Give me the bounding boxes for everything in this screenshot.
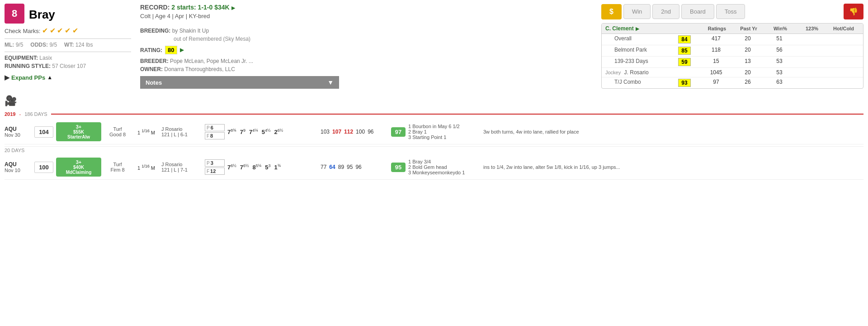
record-label: RECORD: bbox=[140, 4, 170, 11]
divider-2 bbox=[5, 52, 131, 52]
stats-row-overall: Overall 84 417 20 51 bbox=[602, 34, 863, 45]
rating-box: 80 bbox=[165, 46, 177, 54]
speed3-2: 89 bbox=[338, 164, 344, 170]
speed1-1: 103 bbox=[321, 129, 330, 135]
dollar-button[interactable]: $ bbox=[601, 4, 622, 19]
pos3-1: 74¼ bbox=[249, 128, 258, 135]
speed2-1: 107 bbox=[332, 129, 341, 135]
equipment-label: EQUIPMENT: bbox=[5, 55, 38, 61]
finishers-1: 1 Bourbon in May 6 1/22 Bray 13 Starting… bbox=[408, 124, 481, 140]
speed1-2: 77 bbox=[321, 164, 326, 170]
pf-f-1: F 8 bbox=[205, 132, 225, 139]
horse-name: Bray bbox=[29, 8, 55, 22]
wt-label: WT: bbox=[64, 42, 74, 48]
race-jockey-1: J Rosario121 | L | 6-1 bbox=[161, 126, 202, 137]
check-marks-row: Check Marks: ✔ ✔ ✔ ✔ ✔ bbox=[5, 26, 131, 35]
thumbdown-button[interactable]: 👎 bbox=[844, 4, 863, 19]
score-badge-1: 97 bbox=[391, 127, 406, 137]
stats-row-belmont: Belmont Park 85 118 20 56 bbox=[602, 45, 863, 57]
breeding-value: by Shakin It Up bbox=[172, 28, 209, 34]
race-comment-1: 3w both turns, 4w into lane, rallied for… bbox=[483, 129, 863, 134]
race-venue-date-1: AQU Nov 30 bbox=[5, 126, 32, 138]
ml-label: ML: bbox=[5, 42, 14, 48]
check-marks-label: Check Marks: bbox=[5, 28, 40, 34]
stats-hotcold-belmont bbox=[795, 47, 827, 55]
stats-rating-tjcombo: 93 bbox=[669, 79, 700, 87]
speed5-1: 96 bbox=[368, 129, 373, 135]
race-row-2: AQU Nov 10 100 3+ $40K MdClaiming TurfFi… bbox=[5, 155, 863, 180]
equipment-value: Lasix bbox=[39, 55, 52, 61]
colt-info: Colt | Age 4 | Apr | KY-bred bbox=[140, 13, 592, 19]
col-header-hotcold: Hot/Cold bbox=[828, 26, 859, 31]
record-row: RECORD: 2 starts: 1-1-0 $34K ▶ bbox=[140, 4, 592, 11]
expand-pps-button[interactable]: ▶ Expand PPs ▲ bbox=[5, 74, 131, 81]
race-speeds-2: 77 64 89 95 96 bbox=[321, 164, 388, 170]
owner-value: Donarra Thoroughbreds, LLC bbox=[164, 66, 235, 72]
pos2-2: 76½ bbox=[240, 163, 249, 171]
breeder-value: Pope McLean, Pope McLean Jr. ... bbox=[170, 58, 253, 64]
board-button[interactable]: Board bbox=[681, 4, 714, 19]
stats-123pct-overall: 51 bbox=[764, 35, 795, 43]
pos4-2: 53 bbox=[265, 163, 270, 171]
trainer-stats-table: C. Clement ▶ Ratings Past Yr Win% 123% H… bbox=[601, 23, 863, 89]
betting-buttons-row: $ Win 2nd Board Toss 👎 bbox=[601, 4, 863, 19]
speed4-2: 95 bbox=[347, 164, 353, 170]
stats-pastyr-jockey: 1045 bbox=[700, 69, 732, 76]
race-speed-2: 100 bbox=[34, 162, 53, 173]
equipment-row: EQUIPMENT: Lasix bbox=[5, 55, 131, 61]
breeding-label: BREEDING: bbox=[140, 28, 170, 34]
record-arrow-icon: ▶ bbox=[231, 5, 235, 10]
pf-p-1: P 6 bbox=[205, 124, 225, 131]
stats-winpct-days: 13 bbox=[732, 58, 764, 66]
stats-row-tjcombo: T/J Combo 93 97 26 63 bbox=[602, 77, 863, 88]
stats-pastyr-belmont: 118 bbox=[700, 47, 732, 55]
race-comment-2: ins to 1/4, 2w into lane, alter 5w 1/8, … bbox=[483, 164, 863, 170]
running-style-value: 57 Closer 107 bbox=[52, 63, 86, 69]
race-class-line2-1: $55K bbox=[59, 129, 99, 134]
race-class-line1-2: 3+ bbox=[59, 159, 99, 165]
race-pf-1: P 6 F 8 bbox=[205, 124, 225, 139]
stats-hotcold-overall bbox=[795, 35, 827, 43]
ml-odds-row: ML: 9/5 ODDS: 9/5 WT: 124 lbs bbox=[5, 42, 131, 48]
stats-rating-belmont: 85 bbox=[669, 47, 700, 55]
col-header-winpct: Win% bbox=[764, 26, 796, 31]
race-class-line3-2: MdClaiming bbox=[59, 170, 99, 175]
pos4-1: 54½ bbox=[262, 128, 271, 135]
check-mark-4: ✔ bbox=[65, 27, 71, 34]
speed3-1: 112 bbox=[344, 129, 353, 135]
breeder-row: BREEDER: Pope McLean, Pope McLean Jr. ..… bbox=[140, 58, 592, 64]
stats-pastyr-tjcombo: 97 bbox=[700, 79, 732, 87]
stats-pastyr-overall: 417 bbox=[700, 35, 732, 43]
rating-arrow-icon: ▶ bbox=[180, 47, 184, 53]
speed5-2: 96 bbox=[355, 164, 361, 170]
horse-number: 8 bbox=[5, 4, 24, 24]
race-class-2: 3+ $40K MdClaiming bbox=[56, 158, 101, 177]
notes-button[interactable]: Notes ▼ bbox=[140, 76, 339, 89]
running-style-row: RUNNING STYLE: 57 Closer 107 bbox=[5, 63, 131, 69]
race-dist-1: 1 1/16 M bbox=[134, 129, 159, 135]
stats-hotcold-tjcombo bbox=[795, 79, 827, 87]
race-positions-2: 76½ 76½ 85¼ 53 1¾ bbox=[227, 163, 318, 171]
odds-label: ODDS: bbox=[30, 42, 48, 48]
triangle-icon: ▶ bbox=[5, 74, 9, 81]
days-separator: 20 DAYS bbox=[5, 146, 863, 153]
timeline-bar: 2019 - 186 DAYS bbox=[5, 111, 863, 117]
race-class-line2-2: $40K bbox=[59, 165, 99, 170]
race-jockey-2: J Rosario121 | L | 7-1 bbox=[161, 162, 202, 173]
race-speed-1: 104 bbox=[34, 126, 53, 138]
race-class-1: 3+ $55K StarterAlw bbox=[56, 122, 101, 141]
race-dist-2: 1 1/16 M bbox=[134, 164, 159, 171]
race-venue-2: AQU bbox=[5, 161, 32, 168]
jockey-prefix: Jockey bbox=[605, 70, 621, 75]
stats-123pct-days: 53 bbox=[764, 58, 795, 66]
stats-123pct-jockey: 53 bbox=[764, 69, 795, 76]
check-mark-2: ✔ bbox=[50, 27, 56, 34]
stats-123pct-tjcombo: 63 bbox=[764, 79, 795, 87]
stats-winpct-belmont: 20 bbox=[732, 47, 764, 55]
toss-button[interactable]: Toss bbox=[716, 4, 745, 19]
trainer-name[interactable]: C. Clement bbox=[605, 25, 634, 32]
stats-row-days: 139-233 Days 59 15 13 53 bbox=[602, 57, 863, 68]
win-button[interactable]: Win bbox=[623, 4, 651, 19]
second-button[interactable]: 2nd bbox=[652, 4, 679, 19]
expand-pps-label: Expand PPs bbox=[11, 74, 45, 81]
